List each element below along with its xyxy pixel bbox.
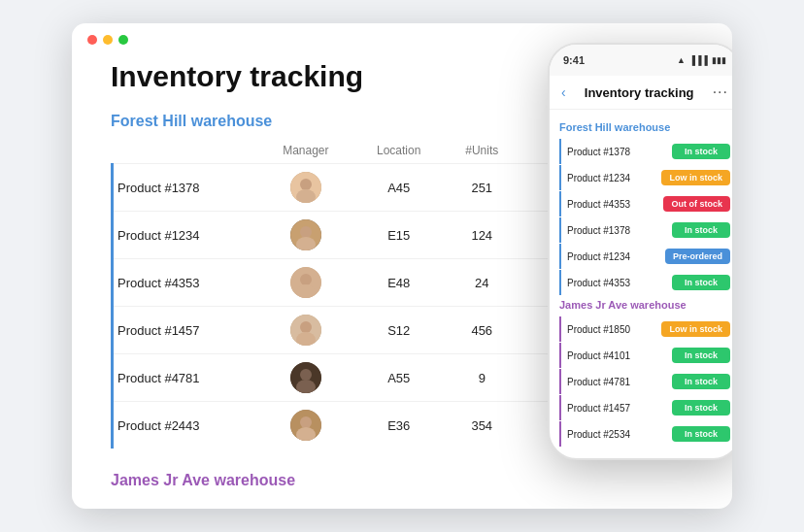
list-item[interactable]: Product #2534 In stock [559, 421, 730, 447]
col-manager2: Manager [258, 499, 352, 501]
phone-mockup: 9:41 ▲ ▐▐▐ ▮▮▮ ‹ Inventory tracking ··· … [548, 43, 732, 460]
phone-status-badge: Low in stock [661, 321, 730, 337]
list-item[interactable]: Product #1234 Pre-ordered [559, 244, 730, 269]
list-item[interactable]: Product #1378 In stock [559, 139, 730, 164]
phone-warehouse-label: James Jr Ave warehouse [559, 299, 730, 311]
phone-product-name: Product #4353 [567, 278, 630, 288]
phone-icons: ▲ ▐▐▐ ▮▮▮ [677, 55, 726, 65]
phone-status-badge: In stock [672, 222, 730, 238]
svg-point-10 [300, 321, 312, 333]
maximize-dot[interactable] [118, 35, 128, 45]
phone-product-name: Product #1378 [567, 225, 630, 236]
units-cell: 456 [445, 307, 519, 354]
manager-avatar [258, 354, 352, 402]
units-cell: 9 [445, 354, 519, 402]
svg-point-4 [300, 226, 312, 238]
phone-status-badge: In stock [672, 426, 730, 442]
minimize-dot[interactable] [103, 35, 113, 45]
product-name: Product #4781 [113, 354, 259, 402]
phone-product-name: Product #1850 [567, 324, 630, 335]
desktop-window: Inventory tracking ··· Forest Hill wareh… [72, 23, 732, 509]
list-item[interactable]: Product #1378 In stock [559, 217, 730, 243]
phone-status-badge: Low in stock [661, 170, 730, 185]
phone-product-name: Product #2534 [567, 429, 630, 440]
manager-avatar [258, 259, 352, 307]
col-location2: Location [353, 499, 445, 501]
close-dot[interactable] [87, 35, 97, 45]
units-cell: 354 [445, 402, 519, 449]
phone-status-badge: In stock [672, 275, 730, 290]
phone-product-name: Product #1457 [567, 403, 630, 414]
james-jr-section: James Jr Ave warehouse Manager Location … [111, 472, 693, 501]
location-cell: A55 [353, 354, 445, 402]
manager-avatar [258, 402, 352, 449]
phone-status-badge: In stock [672, 374, 730, 389]
phone-product-name: Product #4101 [567, 350, 630, 361]
phone-header: ‹ Inventory tracking ··· [550, 76, 732, 110]
james-jr-label: James Jr Ave warehouse [111, 472, 693, 489]
svg-point-7 [300, 274, 312, 285]
col-product [113, 140, 259, 164]
list-item[interactable]: Product #1457 In stock [559, 395, 730, 420]
col-status2: Status [519, 499, 693, 501]
list-item[interactable]: Product #1234 Low in stock [559, 165, 730, 190]
list-item[interactable]: Product #1850 Low in stock [559, 316, 730, 342]
col-units: #Units [445, 140, 519, 164]
location-cell: E48 [353, 259, 445, 307]
phone-status-badge: In stock [672, 348, 730, 363]
phone-time: 9:41 [563, 54, 585, 66]
signal-icon: ▐▐▐ [689, 55, 708, 65]
col-location: Location [353, 140, 445, 164]
phone-product-name: Product #4353 [567, 199, 630, 210]
col-product2 [113, 499, 259, 501]
manager-avatar [258, 307, 352, 354]
phone-product-name: Product #1378 [567, 147, 630, 157]
svg-point-16 [300, 416, 312, 428]
svg-point-1 [300, 179, 312, 190]
phone-status-badge: Pre-ordered [665, 249, 730, 264]
phone-status-bar: 9:41 ▲ ▐▐▐ ▮▮▮ [550, 45, 732, 76]
col-units2: #Units [445, 499, 519, 501]
location-cell: S12 [353, 307, 445, 354]
james-jr-table: Manager Location #Units Status Product #… [111, 499, 693, 501]
phone-frame: 9:41 ▲ ▐▐▐ ▮▮▮ ‹ Inventory tracking ··· … [548, 43, 732, 460]
phone-status-badge: Out of stock [663, 196, 730, 212]
list-item[interactable]: Product #4781 In stock [559, 369, 730, 394]
location-cell: A45 [353, 164, 445, 212]
phone-product-name: Product #1234 [567, 173, 630, 183]
phone-product-name: Product #4781 [567, 377, 630, 387]
back-button[interactable]: ‹ [561, 84, 566, 100]
manager-avatar [258, 164, 352, 212]
list-item[interactable]: Product #4101 In stock [559, 343, 730, 368]
phone-more-button[interactable]: ··· [713, 83, 728, 101]
product-name: Product #1234 [113, 212, 259, 259]
phone-title: Inventory tracking [585, 85, 694, 100]
phone-status-badge: In stock [672, 400, 730, 416]
units-cell: 251 [445, 164, 519, 212]
phone-status-badge: In stock [672, 144, 730, 159]
units-cell: 24 [445, 259, 519, 307]
product-name: Product #2443 [113, 402, 259, 449]
phone-body: Forest Hill warehouse Product #1378 In s… [550, 110, 732, 455]
units-cell: 124 [445, 212, 519, 259]
phone-warehouse-label: Forest Hill warehouse [559, 121, 730, 133]
col-manager: Manager [258, 140, 352, 164]
location-cell: E36 [353, 402, 445, 449]
battery-icon: ▮▮▮ [712, 55, 726, 65]
product-name: Product #1457 [113, 307, 259, 354]
product-name: Product #1378 [113, 164, 259, 212]
list-item[interactable]: Product #4353 In stock [559, 270, 730, 295]
svg-point-13 [300, 369, 312, 381]
phone-product-name: Product #1234 [567, 251, 630, 262]
list-item[interactable]: Product #4353 Out of stock [559, 191, 730, 216]
product-name: Product #4353 [113, 259, 259, 307]
manager-avatar [258, 212, 352, 259]
location-cell: E15 [353, 212, 445, 259]
wifi-icon: ▲ [677, 55, 686, 65]
